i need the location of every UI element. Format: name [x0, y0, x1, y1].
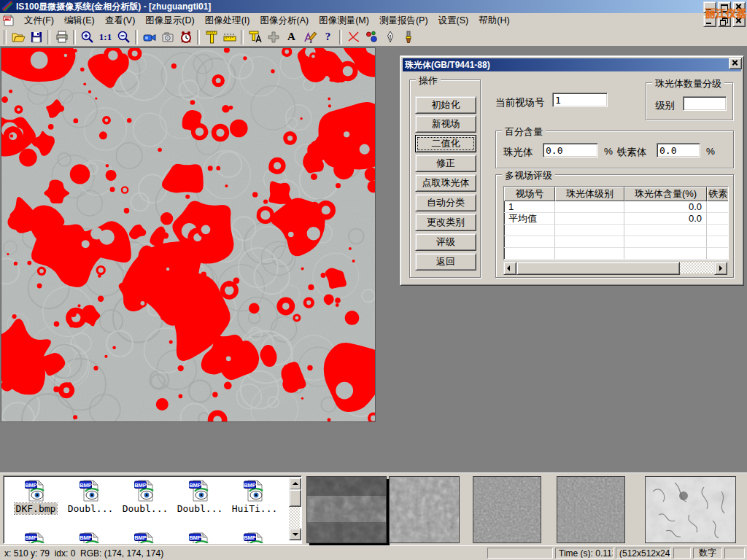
init-button[interactable]: 初始化 [415, 96, 476, 114]
menu-edit[interactable]: 编辑(E) [59, 13, 100, 28]
text-button[interactable]: A [282, 29, 301, 45]
return-button[interactable]: 返回 [415, 253, 476, 271]
child-close-button[interactable] [732, 15, 746, 27]
scroll-down-button[interactable] [289, 528, 301, 540]
dialog-title-bar[interactable]: 珠光体(GB/T9441-88) [403, 58, 741, 71]
rating-table[interactable]: 视场号 珠光体级别 珠光体含量(%) 铁素体含量(%) 1 0.0 平均值 [503, 186, 729, 260]
file-item[interactable] [119, 532, 171, 544]
particle-analysis-button[interactable] [363, 29, 381, 45]
file-name[interactable]: Doubl... [66, 503, 115, 514]
menu-measure-report[interactable]: 测量报告(P) [374, 13, 433, 28]
col-ferrite-content[interactable]: 铁素体含量(%) [707, 187, 729, 201]
annotate-button[interactable] [301, 29, 319, 45]
thumbnail-4[interactable] [557, 476, 625, 543]
file-item[interactable] [174, 532, 226, 544]
save-icon [29, 30, 44, 44]
curve-measure-icon [347, 30, 361, 44]
file-name[interactable]: HuiTi... [231, 503, 279, 514]
ferrite-input[interactable] [657, 143, 700, 158]
move-button[interactable] [264, 29, 282, 45]
thumbnail-5[interactable] [645, 476, 736, 543]
change-class-button[interactable]: 更改类别 [415, 214, 476, 231]
dialog-close-button[interactable] [729, 58, 742, 69]
pearlite-input[interactable] [543, 143, 598, 158]
table-row[interactable]: 平均值 0.0 [504, 213, 728, 225]
file-browser[interactable]: DKF.bmp Doubl... Doubl... Doubl... HuiTi… [3, 475, 302, 544]
table-row[interactable]: 1 0.0 [504, 201, 728, 213]
menu-view[interactable]: 查看(V) [100, 13, 141, 28]
col-pearlite-grade[interactable]: 珠光体级别 [555, 187, 624, 201]
table-row-empty[interactable] [504, 225, 728, 236]
current-field-input[interactable] [552, 93, 608, 107]
thumbnail-1[interactable] [306, 476, 387, 543]
maximize-button[interactable] [718, 1, 731, 13]
pick-pearlite-button[interactable]: 点取珠光体 [415, 174, 476, 192]
measure-text-button[interactable] [246, 29, 264, 45]
scrollbar-thumb[interactable] [289, 489, 301, 507]
bmp-file-icon [133, 532, 157, 544]
actual-size-button[interactable]: 1:1 [96, 29, 115, 45]
col-pearlite-content[interactable]: 珠光体含量(%) [624, 187, 707, 201]
file-item[interactable]: Doubl... [64, 479, 117, 514]
pen-button[interactable] [381, 29, 399, 45]
caliper-button[interactable] [202, 29, 220, 45]
file-item[interactable]: Doubl... [119, 479, 171, 514]
table-header-row: 视场号 珠光体级别 珠光体含量(%) 铁素体含量(%) [504, 187, 728, 201]
file-item[interactable]: HuiTi... [228, 479, 281, 514]
rate-button[interactable]: 评级 [415, 233, 476, 251]
timer-button[interactable] [177, 29, 195, 45]
level-input[interactable] [683, 96, 727, 111]
zoom-out-button[interactable] [115, 29, 133, 45]
open-button[interactable] [9, 29, 27, 45]
menu-image-display[interactable]: 图像显示(D) [140, 13, 199, 28]
file-name[interactable]: Doubl... [176, 503, 225, 514]
file-vertical-scrollbar[interactable] [289, 478, 300, 540]
video-camera-button[interactable] [140, 29, 158, 45]
table-horizontal-scrollbar[interactable] [503, 262, 727, 273]
new-field-button[interactable]: 新视场 [415, 115, 476, 133]
scroll-right-button[interactable] [714, 262, 727, 275]
help-button[interactable]: ? [319, 29, 337, 45]
menu-file[interactable]: 文件(F) [19, 13, 59, 28]
file-item[interactable]: Doubl... [174, 479, 226, 514]
close-button[interactable] [732, 1, 746, 13]
thumbnail-2[interactable] [389, 476, 460, 543]
brush-button[interactable] [399, 29, 417, 45]
file-item[interactable]: DKF.bmp [9, 479, 62, 514]
file-item[interactable] [228, 532, 281, 544]
zoom-in-button[interactable] [78, 29, 96, 45]
child-minimize-button[interactable] [703, 15, 716, 27]
table-row-empty[interactable] [504, 236, 728, 248]
status-image-size: (512x512x24) [616, 548, 671, 559]
table-row-empty[interactable] [504, 248, 728, 260]
child-restore-button[interactable] [718, 15, 731, 27]
correct-button[interactable]: 修正 [415, 155, 476, 172]
file-name[interactable]: DKF.bmp [15, 503, 58, 514]
scrollbar-thumb[interactable] [516, 262, 680, 275]
col-field[interactable]: 视场号 [504, 187, 555, 201]
mdi-workspace: 珠光体(GB/T9441-88) 操作 初始化 新视场 二值化 修正 点取珠光体… [0, 47, 747, 472]
save-button[interactable] [27, 29, 45, 45]
curve-measure-button[interactable] [344, 29, 363, 45]
minimize-button[interactable] [703, 1, 716, 13]
ruler-button[interactable] [220, 29, 239, 45]
thumbnail-3[interactable] [473, 476, 541, 543]
print-button[interactable] [53, 29, 71, 45]
menu-image-process[interactable]: 图像处理(I) [200, 13, 255, 28]
file-item[interactable] [64, 532, 117, 544]
scroll-left-button[interactable] [503, 262, 516, 275]
scroll-up-button[interactable] [289, 478, 301, 490]
file-name[interactable]: Doubl... [121, 503, 170, 514]
zoom-in-icon [80, 30, 95, 44]
grading-group-title: 珠光体数量分级 [652, 77, 724, 90]
menu-image-measure[interactable]: 图像测量(M) [314, 13, 374, 28]
auto-classify-button[interactable]: 自动分类 [415, 194, 476, 211]
metallographic-image[interactable] [1, 48, 375, 421]
camera-button[interactable] [158, 29, 177, 45]
menu-help[interactable]: 帮助(H) [473, 13, 514, 28]
menu-image-analysis[interactable]: 图像分析(A) [255, 13, 314, 28]
file-item[interactable] [9, 532, 62, 544]
menu-bar: 文件(F) 编辑(E) 查看(V) 图像显示(D) 图像处理(I) 图像分析(A… [0, 13, 747, 28]
binarize-button[interactable]: 二值化 [415, 135, 476, 152]
menu-settings[interactable]: 设置(S) [433, 13, 474, 28]
